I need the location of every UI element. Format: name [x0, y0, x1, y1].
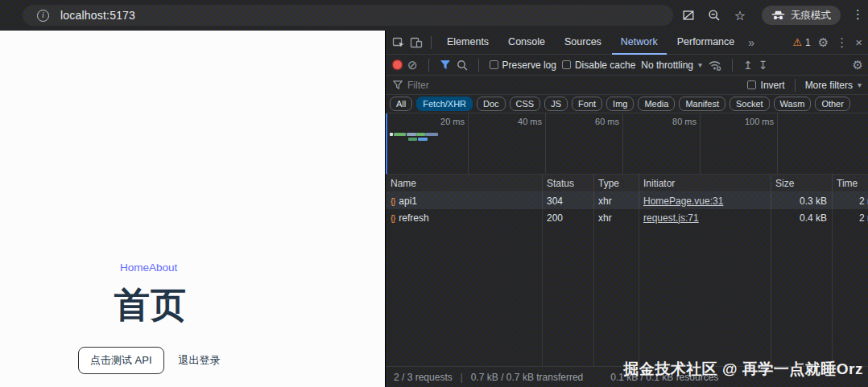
chip-fetch-xhr[interactable]: Fetch/XHR: [416, 97, 473, 111]
test-api-button[interactable]: 点击测试 API: [78, 347, 164, 374]
inspect-element-icon[interactable]: [391, 35, 407, 51]
timeline-tick: 60 ms: [571, 117, 619, 126]
waterfall-bar: [407, 133, 416, 136]
preserve-log-checkbox[interactable]: Preserve log: [490, 60, 556, 71]
column-header-type[interactable]: Type: [593, 178, 639, 189]
network-settings-icon[interactable]: ⚙: [853, 58, 863, 72]
request-size: 0.3 kB: [771, 196, 832, 207]
zoom-out-icon[interactable]: [707, 8, 721, 23]
timeline-tick: 40 ms: [494, 117, 542, 126]
json-braces-icon: {}: [391, 196, 395, 206]
address-bar[interactable]: i localhost:5173: [23, 5, 673, 26]
waterfall-bar: [394, 133, 406, 136]
chip-font[interactable]: Font: [572, 97, 602, 111]
devtools-settings-icon[interactable]: ⚙: [818, 35, 829, 50]
network-conditions-icon[interactable]: [708, 60, 721, 71]
chip-other[interactable]: Other: [815, 97, 850, 111]
request-name: refresh: [399, 212, 428, 224]
request-type: xhr: [593, 212, 639, 224]
chip-js[interactable]: JS: [544, 97, 568, 111]
import-har-icon[interactable]: ↥: [743, 59, 753, 72]
filter-funnel-icon: [393, 80, 403, 89]
chip-manifest[interactable]: Manifest: [679, 97, 725, 111]
network-filterbar: Filter Invert More filters ▾: [386, 76, 868, 95]
request-status: 304: [542, 196, 593, 207]
devtools-tabbar: Elements Console Sources Network Perform…: [386, 31, 868, 55]
request-size: 0.4 kB: [771, 212, 832, 224]
checkbox-icon: [562, 60, 571, 69]
tab-performance[interactable]: Performance: [668, 31, 744, 55]
request-row-api1[interactable]: {} api1 304 xhr HomePage.vue:31 0.3 kB 2…: [386, 192, 868, 209]
nav-link-about[interactable]: About: [149, 261, 177, 274]
logout-button[interactable]: 退出登录: [172, 348, 227, 373]
invert-checkbox[interactable]: [747, 80, 756, 89]
initiator-link[interactable]: request.js:71: [643, 212, 699, 224]
browser-toolbar: i localhost:5173 ☆ 无痕模式 ⋮: [0, 0, 868, 31]
waterfall-bar: [416, 133, 425, 136]
tab-console[interactable]: Console: [499, 31, 554, 55]
json-braces-icon: {}: [391, 213, 395, 223]
browser-menu-icon[interactable]: ⋮: [852, 7, 864, 22]
clear-icon[interactable]: ⊘: [407, 59, 418, 71]
column-header-initiator[interactable]: Initiator: [639, 178, 771, 189]
tab-sources[interactable]: Sources: [556, 31, 610, 55]
chip-css[interactable]: CSS: [510, 97, 541, 111]
chevron-down-icon: ▾: [698, 60, 702, 69]
waterfall-bar: [390, 133, 393, 136]
column-header-name[interactable]: Name: [386, 178, 542, 189]
incognito-label: 无痕模式: [791, 9, 831, 23]
timeline-tick: 80 ms: [648, 117, 696, 126]
chip-all[interactable]: All: [390, 97, 412, 111]
column-header-size[interactable]: Size: [771, 178, 832, 189]
throttling-select[interactable]: No throttling ▾: [641, 60, 702, 71]
request-row-refresh[interactable]: {} refresh 200 xhr request.js:71 0.4 kB …: [386, 209, 868, 226]
devtools-close-icon[interactable]: ×: [855, 35, 862, 49]
watermark-text: 掘金技术社区 @ 再学一点就睡Orz: [623, 359, 863, 380]
transferred-size: 0.7 kB / 0.7 kB transferred: [471, 372, 583, 383]
chip-socket[interactable]: Socket: [730, 97, 770, 111]
url-text[interactable]: localhost:5173: [60, 9, 135, 22]
chip-wasm[interactable]: Wasm: [774, 97, 812, 111]
site-info-icon[interactable]: i: [37, 10, 49, 22]
tab-elements[interactable]: Elements: [438, 31, 498, 55]
request-type-filters: All Fetch/XHR Doc CSS JS Font Img Media …: [386, 95, 868, 113]
request-time: 2 ms: [832, 212, 868, 224]
page-nav: HomeAbout: [120, 261, 177, 274]
checkbox-icon: [490, 60, 498, 69]
chip-doc[interactable]: Doc: [477, 97, 506, 111]
bookmark-star-icon[interactable]: ☆: [733, 8, 747, 23]
column-header-time[interactable]: Time: [832, 178, 868, 189]
web-page-viewport: HomeAbout 首页 点击测试 API 退出登录: [0, 31, 385, 387]
disable-cache-checkbox[interactable]: Disable cache: [562, 60, 635, 71]
record-icon[interactable]: [393, 60, 402, 69]
devtools-menu-icon[interactable]: ⋮: [836, 35, 848, 50]
requests-count: 2 / 3 requests: [394, 372, 453, 383]
export-har-icon[interactable]: ↧: [758, 59, 768, 72]
requests-table-header: Name Status Type Initiator Size Time: [386, 175, 868, 192]
chip-img[interactable]: Img: [606, 97, 634, 111]
incognito-badge: 无痕模式: [762, 6, 841, 25]
send-to-device-icon[interactable]: [681, 8, 696, 23]
more-tabs-icon[interactable]: »: [745, 36, 758, 49]
more-filters-button[interactable]: More filters: [805, 80, 853, 91]
request-name: api1: [399, 196, 417, 207]
device-toolbar-icon[interactable]: [408, 35, 424, 51]
timeline-tick: 100 ms: [725, 117, 774, 126]
chip-media[interactable]: Media: [638, 97, 675, 111]
waterfall-bar: [408, 138, 417, 141]
issues-counter[interactable]: ⚠ 1: [792, 36, 810, 48]
page-title: 首页: [114, 282, 187, 329]
waterfall-bar: [418, 138, 428, 141]
nav-link-home[interactable]: Home: [120, 261, 149, 274]
warning-icon: ⚠: [792, 36, 802, 48]
filter-input[interactable]: Filter: [407, 80, 429, 91]
initiator-link[interactable]: HomePage.vue:31: [643, 196, 723, 207]
incognito-icon: [771, 10, 785, 20]
filter-toggle-icon[interactable]: [440, 60, 451, 70]
network-toolbar: ⊘ Preserve log Disable cache No throttli…: [386, 55, 868, 76]
dom-content-loaded-marker: [386, 113, 387, 174]
column-header-status[interactable]: Status: [542, 178, 593, 189]
search-icon[interactable]: [457, 60, 468, 71]
tab-network[interactable]: Network: [612, 31, 667, 55]
network-overview-timeline[interactable]: 20 ms 40 ms 60 ms 80 ms 100 ms: [386, 113, 868, 175]
